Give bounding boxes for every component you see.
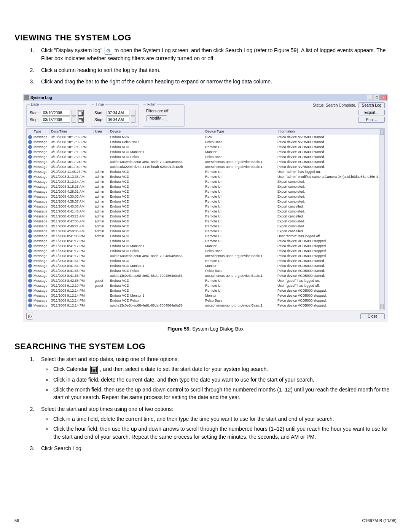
cell-user: admin: [93, 224, 108, 228]
col-header-device[interactable]: Device: [108, 129, 204, 134]
cell-user: [93, 139, 108, 144]
table-row[interactable]: iMessage3/11/2008 4:38:37 AMadminEndura …: [27, 199, 384, 204]
cell-datetime: 3/11/2008 3:13:35 AM: [49, 174, 93, 179]
cell-info: Export completed.: [276, 219, 384, 224]
cell-devtype: Remote UI: [204, 228, 276, 233]
col-header-info[interactable]: Information: [276, 129, 384, 134]
table-row[interactable]: iMessage3/11/2008 9:12:14 PMEndura VCD P…: [27, 298, 384, 303]
time-start-spinner[interactable]: [131, 110, 135, 116]
modify-button[interactable]: Modify...: [146, 115, 167, 121]
log-table-container: Type Date/Time User Device Device Type I…: [26, 128, 385, 310]
cell-datetime: 3/11/2008 8:41:08 PM: [49, 233, 93, 238]
cell-datetime: 3/10/2008 10:17:23 PM: [49, 154, 93, 159]
figure-caption: Figure 59. System Log Dialog Box: [14, 326, 397, 332]
col-header-type[interactable]: Type: [32, 129, 49, 134]
table-row[interactable]: iMessage3/11/2008 8:41:51 PMEndura VCDRe…: [27, 258, 384, 263]
log-table: Type Date/Time User Device Device Type I…: [27, 129, 384, 308]
table-row[interactable]: iMessage3/11/2008 8:41:17 PMEndura VCDRe…: [27, 238, 384, 243]
date-start-spinner[interactable]: [72, 110, 76, 116]
col-header-user[interactable]: User: [93, 129, 108, 134]
cell-user: guest: [93, 278, 108, 283]
window-minimize-button[interactable]: _: [367, 95, 373, 100]
table-row[interactable]: iMessage3/11/2008 8:41:17 PMEndura VCD P…: [27, 248, 384, 253]
cell-datetime: 3/11/2008 4:30:03 AM: [49, 194, 93, 199]
table-row[interactable]: iMessage3/11/2008 8:41:08 PMadminEndura …: [27, 233, 384, 238]
cell-devtype: urn:schemas-upnp-org:device:Basic:1: [204, 273, 276, 278]
table-row[interactable]: iMessage3/11/2008 9:12:14 PMEndura VCDRe…: [27, 288, 384, 293]
cell-devtype: Remote UI: [204, 278, 276, 283]
table-row[interactable]: iMessage3/11/2008 9:12:14 PMuuid:e13c0e6…: [27, 303, 384, 308]
search-log-button[interactable]: Search Log: [358, 102, 385, 108]
table-row[interactable]: iMessage3/11/2008 9:12:14 PMEndura VCD M…: [27, 293, 384, 298]
cell-datetime: 3/11/2008 8:41:55 PM: [49, 273, 93, 278]
time-start-input[interactable]: [107, 110, 129, 116]
cell-datetime: 3/11/2008 8:41:17 PM: [49, 253, 93, 258]
cell-info: Pelco device VCD5000 stopped.: [276, 243, 384, 248]
date-stop-spinner[interactable]: [72, 117, 76, 123]
close-button[interactable]: Close: [360, 313, 385, 319]
table-row[interactable]: iMessage3/11/2008 3:13:35 AMadminEndura …: [27, 174, 384, 179]
table-row[interactable]: iMessage3/11/2008 4:43:21 AMadminEndura …: [27, 214, 384, 219]
table-row[interactable]: iMessage3/11/2008 4:40:08 AMadminEndura …: [27, 204, 384, 209]
time-stop-spinner[interactable]: [131, 117, 135, 123]
table-row[interactable]: iMessage3/11/2008 9:12:10 PMguestEndura …: [27, 283, 384, 288]
table-row[interactable]: iMessage3/11/2008 4:30:03 AMadminEndura …: [27, 194, 384, 199]
info-icon: i: [28, 145, 32, 149]
cell-datetime: 3/11/2008 9:12:14 PM: [49, 303, 93, 308]
cell-user: admin: [93, 194, 108, 199]
table-row[interactable]: iMessage3/11/2008 4:28:31 AMadminEndura …: [27, 189, 384, 194]
table-row[interactable]: iMessage3/11/2008 3:12:14 AMadminEndura …: [27, 179, 384, 184]
cell-devtype: Remote UI: [204, 179, 276, 184]
table-row[interactable]: iMessage3/11/2008 4:48:21 AMadminEndura …: [27, 224, 384, 228]
table-row[interactable]: iMessage3/11/2008 3:15:25 AMadminEndura …: [27, 184, 384, 189]
cell-device: Endura VCD: [108, 228, 204, 233]
clock-icon[interactable]: ◴: [26, 313, 33, 320]
table-row[interactable]: iMessage3/11/2008 8:41:17 PMuuid:e13c0e6…: [27, 253, 384, 258]
table-row[interactable]: iMessage3/11/2008 8:41:51 PMEndura VCD M…: [27, 263, 384, 268]
table-row[interactable]: iMessage3/11/2008 4:41:48 AMadminEndura …: [27, 209, 384, 214]
date-start-calendar-button[interactable]: [78, 110, 84, 116]
table-row[interactable]: iMessage3/10/2008 10:17:19 PMEndura VCD …: [27, 149, 384, 154]
table-row[interactable]: iMessage3/11/2008 8:42:58 PMguestEndura …: [27, 278, 384, 283]
table-row[interactable]: iMessage3/10/2008 10:17:09 PMEndura Pelc…: [27, 139, 384, 144]
info-icon: i: [28, 299, 32, 302]
print-button[interactable]: Print...: [358, 117, 385, 123]
cell-type: Message: [32, 288, 49, 293]
date-start-label: Start:: [30, 111, 40, 115]
table-row[interactable]: iMessage3/11/2008 8:41:55 PMuuid:e13c0e6…: [27, 273, 384, 278]
info-icon: i: [28, 185, 32, 189]
table-row[interactable]: iMessage3/10/2008 10:17:23 PMEndura VCD …: [27, 154, 384, 159]
col-header-devtype[interactable]: Device Type: [204, 129, 276, 134]
table-row[interactable]: iMessage3/10/2008 10:17:24 PMuuid:e13c0e…: [27, 159, 384, 164]
cell-info: Pelco device VCD5000 stopped.: [276, 288, 384, 293]
cell-datetime: 3/11/2008 8:41:51 PM: [49, 258, 93, 263]
cell-user: admin: [93, 174, 108, 179]
window-close-button[interactable]: ×: [381, 95, 387, 100]
info-icon: i: [28, 294, 32, 297]
table-row[interactable]: iMessage3/10/2008 10:17:09 PMEndura NVRD…: [27, 134, 384, 140]
info-icon: i: [28, 170, 32, 174]
cell-info: User "admin" has logged on.: [276, 169, 384, 174]
export-button[interactable]: Export...: [358, 110, 385, 115]
col-header-icon[interactable]: [27, 129, 32, 134]
table-row[interactable]: iMessage3/11/2008 4:47:05 AMadminEndura …: [27, 219, 384, 224]
cell-user: [93, 154, 108, 159]
date-stop-label: Stop:: [30, 118, 40, 122]
time-stop-input[interactable]: [107, 117, 129, 123]
table-row[interactable]: iMessage3/11/2008 8:41:55 PMEndura VCD P…: [27, 268, 384, 273]
cell-devtype: urn:schemas-upnp-org:device:Basic:1: [204, 303, 276, 308]
table-row[interactable]: iMessage3/10/2008 10:17:19 PMEndura VCDR…: [27, 144, 384, 149]
window-maximize-button[interactable]: □: [374, 95, 380, 100]
info-icon: i: [28, 279, 32, 283]
date-start-input[interactable]: [42, 110, 70, 116]
cell-devtype: urn:schemas-upnp-org:device:Basic:1: [204, 159, 276, 164]
table-row[interactable]: iMessage3/10/2008 11:45:26 PMadminEndura…: [27, 169, 384, 174]
table-row[interactable]: iMessage3/10/2008 10:17:40 PMuuid:e4d322…: [27, 164, 384, 169]
table-row[interactable]: iMessage3/11/2008 4:50:03 AMadminEndura …: [27, 228, 384, 233]
col-header-datetime[interactable]: Date/Time: [49, 129, 93, 134]
table-row[interactable]: iMessage3/11/2008 8:41:17 PMEndura VCD M…: [27, 243, 384, 248]
vertical-scrollbar[interactable]: [379, 129, 384, 310]
cell-info: Pelco device VCD5000 started.: [276, 268, 384, 273]
date-stop-calendar-button[interactable]: [78, 117, 84, 123]
date-stop-input[interactable]: [42, 117, 70, 123]
